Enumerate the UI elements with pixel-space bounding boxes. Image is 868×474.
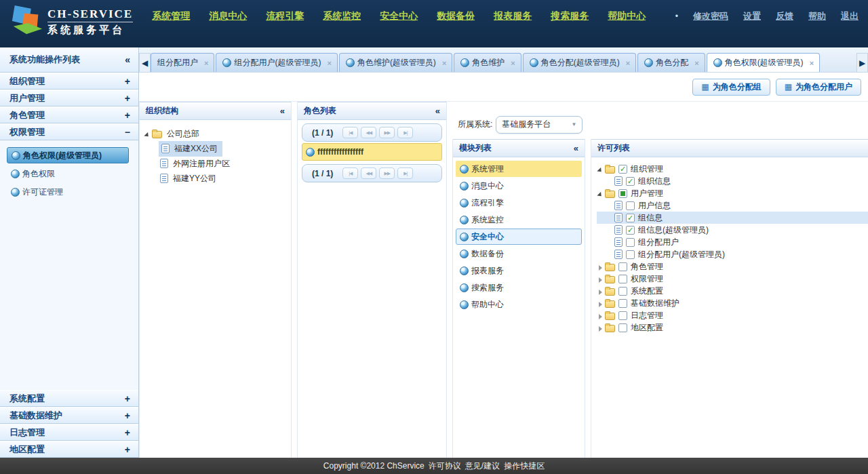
collapse-icon[interactable]: − <box>125 127 130 138</box>
license-node-org-info[interactable]: ✓ 组织信息 <box>597 175 868 187</box>
menu-item-security-center[interactable]: 安全中心 <box>380 10 418 22</box>
tab-role-maintain-admin[interactable]: 角色维护(超级管理员) × <box>339 53 452 72</box>
tab-scroll-right-icon[interactable]: ▶ <box>856 53 868 72</box>
assign-group-to-role-button[interactable]: ▦ 为角色分配组 <box>692 79 770 96</box>
license-node-role-admin[interactable]: 角色管理 <box>597 260 868 273</box>
checkbox-checked[interactable]: ✓ <box>626 177 635 186</box>
license-node-permission-admin[interactable]: 权限管理 <box>597 273 868 285</box>
panel-collapse-icon[interactable]: « <box>280 106 285 116</box>
menu-item-system-monitor[interactable]: 系统监控 <box>323 10 361 22</box>
module-item-search-service[interactable]: 搜索服务 <box>456 279 582 296</box>
tab-close-icon[interactable]: × <box>810 59 814 67</box>
link-change-password[interactable]: 修改密码 <box>693 10 728 22</box>
menu-item-help-center[interactable]: 帮助中心 <box>608 10 646 22</box>
caret-closed-icon[interactable] <box>597 323 604 332</box>
menu-item-message-center[interactable]: 消息中心 <box>209 10 247 22</box>
tab-close-icon[interactable]: × <box>327 59 331 67</box>
tab-role-permission-admin[interactable]: 角色权限(超级管理员) × <box>707 53 820 72</box>
caret-open-icon[interactable] <box>144 130 151 137</box>
tab-group-assign-user[interactable]: 组分配用户 × <box>151 53 214 72</box>
checkbox-unchecked[interactable] <box>618 275 627 283</box>
module-item-report-service[interactable]: 报表服务 <box>456 262 582 279</box>
pager-next-button[interactable]: ▶▶ <box>379 167 395 179</box>
license-node-system-config[interactable]: 系统配置 <box>597 285 868 297</box>
pager-prev-button[interactable]: ◀◀ <box>361 127 376 138</box>
module-item-message-center[interactable]: 消息中心 <box>456 178 582 194</box>
pager-last-button[interactable]: ▶| <box>397 127 413 138</box>
menu-item-system-admin[interactable]: 系统管理 <box>152 10 190 22</box>
checkbox-unchecked[interactable] <box>618 299 627 308</box>
sidebar-section-region-config[interactable]: 地区配置 + <box>0 441 138 458</box>
checkbox-checked[interactable]: ✓ <box>618 165 627 174</box>
checkbox-unchecked[interactable] <box>626 238 635 247</box>
sidebar-section-user-admin[interactable]: 用户管理 + <box>0 90 138 106</box>
license-node-user-admin[interactable]: 用户管理 <box>597 187 868 199</box>
panel-collapse-icon[interactable]: « <box>435 106 440 116</box>
footer-link-license[interactable]: 许可协议 <box>429 460 461 472</box>
footer-link-shortcuts[interactable]: 操作快捷区 <box>504 460 545 472</box>
caret-closed-icon[interactable] <box>597 299 604 307</box>
pager-prev-button[interactable]: ◀◀ <box>361 167 376 179</box>
panel-splitter[interactable] <box>292 102 297 458</box>
panel-splitter[interactable] <box>447 102 452 458</box>
module-item-security-center[interactable]: 安全中心 <box>456 229 582 245</box>
expand-icon[interactable]: + <box>125 393 130 404</box>
link-help[interactable]: 帮助 <box>808 10 826 22</box>
link-settings[interactable]: 设置 <box>743 10 761 22</box>
tab-close-icon[interactable]: × <box>694 59 698 67</box>
assign-user-to-role-button[interactable]: ▦ 为角色分配用户 <box>776 79 861 96</box>
checkbox-unchecked[interactable] <box>626 250 635 259</box>
org-tree-node-external-users[interactable]: 外网注册用户区 <box>144 156 288 171</box>
chevron-down-icon[interactable]: ▼ <box>571 121 576 127</box>
tab-close-icon[interactable]: × <box>511 59 515 67</box>
checkbox-unchecked[interactable] <box>618 262 627 271</box>
tab-close-icon[interactable]: × <box>442 59 446 67</box>
module-item-system-monitor[interactable]: 系统监控 <box>456 212 582 228</box>
pager-next-button[interactable]: ▶▶ <box>379 127 395 138</box>
panel-collapse-icon[interactable]: « <box>574 143 578 153</box>
tab-role-assign[interactable]: 角色分配 × <box>637 53 705 72</box>
sidebar-section-base-data[interactable]: 基础数据维护 + <box>0 407 138 424</box>
caret-closed-icon[interactable] <box>597 311 604 319</box>
sidebar-item-role-permission[interactable]: 角色权限 <box>7 165 133 182</box>
link-feedback[interactable]: 反馈 <box>776 10 793 22</box>
module-item-help-center[interactable]: 帮助中心 <box>456 296 582 313</box>
module-item-process-engine[interactable]: 流程引擎 <box>456 195 582 211</box>
checkbox-unchecked[interactable] <box>618 311 627 320</box>
expand-icon[interactable]: + <box>125 427 130 438</box>
checkbox-checked[interactable]: ✓ <box>626 226 635 235</box>
tab-scroll-left-icon[interactable]: ◀ <box>139 53 151 72</box>
pager-last-button[interactable]: ▶| <box>397 167 413 179</box>
checkbox-partial[interactable] <box>618 189 627 198</box>
expand-icon[interactable]: + <box>125 410 130 421</box>
menu-item-data-backup[interactable]: 数据备份 <box>437 10 475 22</box>
expand-icon[interactable]: + <box>125 93 130 104</box>
checkbox-unchecked[interactable] <box>618 287 627 296</box>
system-select-combobox[interactable]: 基础服务平台 ▼ <box>496 116 583 134</box>
org-tree-root[interactable]: 公司总部 <box>144 126 288 141</box>
expand-icon[interactable]: + <box>125 444 130 455</box>
pager-first-button[interactable]: |◀ <box>342 127 358 138</box>
sidebar-item-license-admin[interactable]: 许可证管理 <box>7 184 133 200</box>
license-node-base-data[interactable]: 基础数据维护 <box>597 297 868 309</box>
expand-icon[interactable]: + <box>125 76 130 87</box>
org-tree-node-fujian-yy[interactable]: 福建YY公司 <box>144 171 288 186</box>
caret-closed-icon[interactable] <box>597 262 604 271</box>
caret-closed-icon[interactable] <box>597 287 604 295</box>
checkbox-unchecked[interactable] <box>618 323 627 332</box>
license-node-group-info-admin[interactable]: ✓ 组信息(超级管理员) <box>597 224 868 236</box>
sidebar-section-role-admin[interactable]: 角色管理 + <box>0 106 138 123</box>
org-tree-node-fujian-xx[interactable]: 福建XX公司 <box>144 141 288 156</box>
sidebar-section-org-admin[interactable]: 组织管理 + <box>0 73 138 90</box>
sidebar-item-role-permission-admin[interactable]: 角色权限(超级管理员) <box>7 147 129 163</box>
tab-group-assign-user-admin[interactable]: 组分配用户(超级管理员) × <box>216 53 337 72</box>
license-node-group-assign-user[interactable]: 组分配用户 <box>597 236 868 248</box>
sidebar-collapse-icon[interactable]: « <box>125 54 130 65</box>
tab-role-assign-admin[interactable]: 角色分配(超级管理员) × <box>523 53 636 72</box>
tab-close-icon[interactable]: × <box>204 59 208 67</box>
checkbox-unchecked[interactable] <box>626 201 635 210</box>
sidebar-section-log-admin[interactable]: 日志管理 + <box>0 424 138 441</box>
link-logout[interactable]: 退出 <box>841 10 859 22</box>
tab-close-icon[interactable]: × <box>626 59 630 67</box>
sidebar-section-system-config[interactable]: 系统配置 + <box>0 390 138 407</box>
